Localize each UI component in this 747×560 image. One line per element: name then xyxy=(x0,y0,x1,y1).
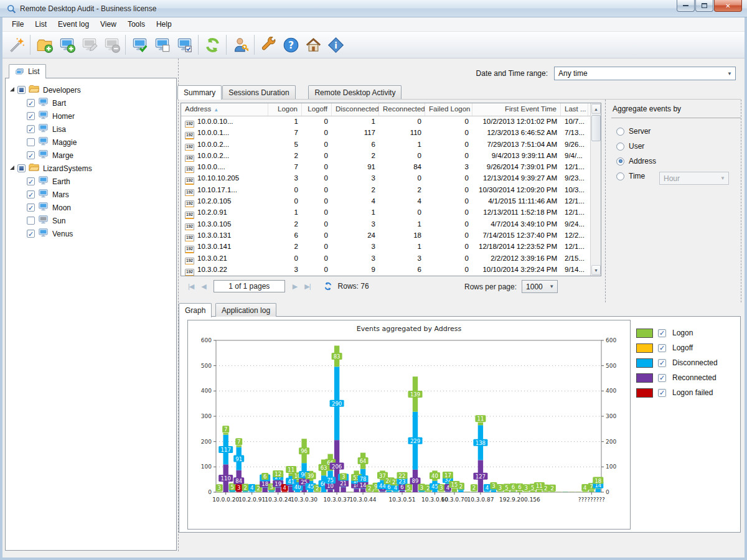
legend-checkbox[interactable]: ✓ xyxy=(658,344,666,352)
about-button[interactable]: i xyxy=(324,34,347,56)
menu-view[interactable]: View xyxy=(95,18,122,30)
column-header-reconnected[interactable]: Reconnected xyxy=(379,103,425,116)
legend-checkbox[interactable]: ✓ xyxy=(658,374,666,382)
tab-sessions-duration[interactable]: Sessions Duration xyxy=(222,85,295,99)
tree-group[interactable]: LizardSystems xyxy=(10,162,92,175)
home-button[interactable] xyxy=(302,34,324,56)
remove-computer-button[interactable] xyxy=(100,34,123,56)
expand-icon[interactable] xyxy=(10,87,14,91)
radio-server[interactable]: Server xyxy=(616,127,651,136)
tree-item[interactable]: Sun xyxy=(10,214,92,227)
add-folder-button[interactable] xyxy=(33,34,55,56)
close-button[interactable]: ✕ xyxy=(714,0,742,12)
table-row[interactable]: 19210.3.0.105203104/7/2014 3:49:10 PM9/2… xyxy=(181,219,590,230)
tree-item[interactable]: ✓Homer xyxy=(10,110,92,123)
table-row[interactable]: 19210.0.0.10...1010010/2/2013 12:01:02 P… xyxy=(181,116,590,128)
splitter-aggregate[interactable] xyxy=(605,100,606,302)
menu-help[interactable]: Help xyxy=(151,18,177,30)
radio-button[interactable] xyxy=(616,142,624,151)
help-button[interactable]: ? xyxy=(280,34,302,56)
tab-graph[interactable]: Graph xyxy=(179,303,212,317)
page-indicator[interactable]: 1 of 1 pages xyxy=(214,280,285,292)
computer-check-button[interactable] xyxy=(128,34,151,56)
user-key-button[interactable] xyxy=(229,34,251,56)
table-row[interactable]: 19210.10.17.1...0022010/30/2014 12:09:20… xyxy=(181,185,590,196)
expand-icon[interactable] xyxy=(10,166,14,170)
table-row[interactable]: 19210.3.0.21003302/2/2012 3:39:16 PM2/15… xyxy=(181,253,590,264)
group-checkbox[interactable] xyxy=(17,164,26,172)
column-header-logon[interactable]: Logon xyxy=(268,103,302,116)
legend-checkbox[interactable]: ✓ xyxy=(658,389,666,397)
tab-summary[interactable]: Summary xyxy=(177,85,222,100)
item-checkbox[interactable]: ✓ xyxy=(27,112,35,120)
item-checkbox[interactable]: ✓ xyxy=(27,230,35,238)
item-checkbox[interactable]: ✓ xyxy=(27,177,35,185)
item-checkbox[interactable] xyxy=(27,138,35,146)
table-row[interactable]: 19210.2.0.911010012/13/2011 1:52:18 PM12… xyxy=(181,207,590,218)
table-row[interactable]: 19210.3.0.1412031012/18/2014 12:23:52 PM… xyxy=(181,241,590,253)
table-scrollbar[interactable]: ▲ ▼ xyxy=(590,103,601,276)
radio-user[interactable]: User xyxy=(616,142,644,151)
first-page-icon[interactable]: |◀ xyxy=(184,282,197,291)
radio-button[interactable] xyxy=(616,157,624,166)
column-header-first-event-time[interactable]: First Event Time xyxy=(472,103,561,116)
item-checkbox[interactable]: ✓ xyxy=(27,125,35,133)
minimize-button[interactable] xyxy=(677,0,695,12)
table-row[interactable]: 19210.10.10.2053030012/13/2014 9:39:27 A… xyxy=(181,173,590,184)
column-header-logoff[interactable]: Logoff xyxy=(302,103,332,116)
legend-checkbox[interactable]: ✓ xyxy=(658,329,666,337)
computer-checkbox-button[interactable] xyxy=(173,34,195,56)
table-row[interactable]: 19210.0.0.1...70117110012/3/2013 6:46:52… xyxy=(181,128,590,139)
radio-time[interactable]: Time xyxy=(616,172,645,180)
item-checkbox[interactable]: ✓ xyxy=(27,190,35,198)
item-checkbox[interactable]: ✓ xyxy=(27,151,35,159)
table-row[interactable]: 19210.0.0.2...506107/29/2013 7:51:04 AM9… xyxy=(181,139,590,151)
column-header-last-[interactable]: Last ... xyxy=(561,103,588,116)
refresh-button[interactable] xyxy=(201,34,223,56)
table-row[interactable]: 19210.0.0.2...202009/4/2013 9:39:11 AM9/… xyxy=(181,151,590,162)
menu-event-log[interactable]: Event log xyxy=(52,18,95,30)
radio-button[interactable] xyxy=(616,172,624,180)
tab-remote-desktop-activity[interactable]: Remote Desktop Activity xyxy=(308,85,402,99)
scrollbar-thumb[interactable] xyxy=(591,115,601,141)
refresh-rows-icon[interactable] xyxy=(323,281,333,291)
edit-computer-button[interactable] xyxy=(78,34,100,56)
tree-item[interactable]: ✓Marge xyxy=(10,149,92,162)
tab-list[interactable]: List xyxy=(9,64,46,78)
table-row[interactable]: 19210.3.0.13160241807/14/2015 12:37:40 P… xyxy=(181,230,590,241)
wizard-button[interactable] xyxy=(5,34,27,56)
tree-item[interactable]: Maggie xyxy=(10,136,92,149)
column-header-disconnected[interactable]: Disconnected xyxy=(332,103,379,116)
scroll-down-icon[interactable]: ▼ xyxy=(591,265,601,275)
group-checkbox[interactable] xyxy=(17,86,26,94)
table-row[interactable]: 19210.2.0.105004404/1/2015 11:11:46 AM12… xyxy=(181,196,590,207)
scroll-up-icon[interactable]: ▲ xyxy=(591,104,601,114)
computer-plain-button[interactable] xyxy=(151,34,173,56)
tab-application-log[interactable]: Application log xyxy=(215,303,276,317)
tree-group[interactable]: Developers xyxy=(10,83,92,96)
tree-item[interactable]: ✓Venus xyxy=(10,227,92,240)
tree-item[interactable]: ✓Moon xyxy=(10,201,92,214)
tree-item[interactable]: ✓Mars xyxy=(10,188,92,201)
date-range-select[interactable]: Any time ▼ xyxy=(554,67,736,80)
tree-item[interactable]: ✓Earth xyxy=(10,175,92,188)
column-header-address[interactable]: Address▲ xyxy=(181,103,268,116)
column-header-failed-logon[interactable]: Failed Logon xyxy=(425,103,472,116)
prev-page-icon[interactable]: ◀ xyxy=(197,282,209,291)
item-checkbox[interactable]: ✓ xyxy=(27,99,35,107)
legend-checkbox[interactable]: ✓ xyxy=(658,359,666,367)
rows-per-page-select[interactable]: 1000 ▼ xyxy=(522,280,558,293)
radio-button[interactable] xyxy=(616,128,624,136)
menu-list[interactable]: List xyxy=(29,18,52,30)
tree-item[interactable]: ✓Lisa xyxy=(10,123,92,136)
tree-item[interactable]: ✓Bart xyxy=(10,96,92,110)
next-page-icon[interactable]: ▶ xyxy=(289,282,301,291)
time-unit-select[interactable]: Hour ▼ xyxy=(659,172,729,185)
maximize-button[interactable] xyxy=(695,0,713,12)
add-computer-button[interactable] xyxy=(55,34,78,56)
menu-file[interactable]: File xyxy=(6,18,29,30)
item-checkbox[interactable]: ✓ xyxy=(27,203,35,212)
item-checkbox[interactable] xyxy=(27,217,35,225)
last-page-icon[interactable]: ▶| xyxy=(301,282,314,291)
table-row[interactable]: 19210.3.0.223096010/10/2014 3:29:24 PM9/… xyxy=(181,264,590,276)
